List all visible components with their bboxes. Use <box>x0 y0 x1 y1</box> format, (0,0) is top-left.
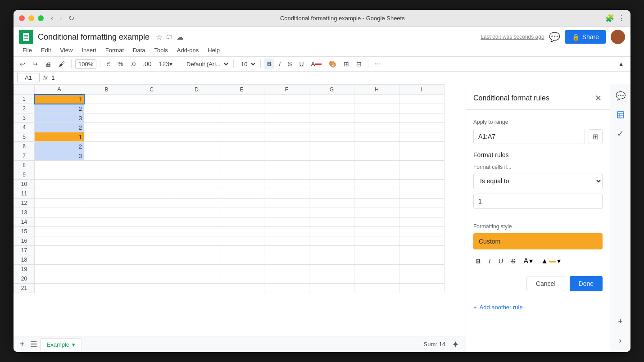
print-button[interactable]: 🖨 <box>42 59 54 69</box>
cell-C2[interactable] <box>129 104 174 113</box>
cell-E14[interactable] <box>219 217 264 227</box>
cell-I2[interactable] <box>399 104 444 113</box>
cell-H6[interactable] <box>354 142 399 151</box>
cell-a10[interactable] <box>35 180 84 189</box>
percent-button[interactable]: % <box>115 59 126 69</box>
cell-I17[interactable] <box>399 246 444 255</box>
cell-a17[interactable] <box>35 246 84 255</box>
cell-E13[interactable] <box>219 208 264 217</box>
fill-color-button[interactable]: 🎨 <box>326 59 339 69</box>
cell-B7[interactable] <box>84 151 129 161</box>
avatar[interactable] <box>611 30 625 44</box>
cell-G2[interactable] <box>309 104 354 113</box>
cell-G10[interactable] <box>309 180 354 189</box>
cell-G13[interactable] <box>309 208 354 217</box>
cell-H19[interactable] <box>354 265 399 274</box>
cell-D17[interactable] <box>174 246 219 255</box>
cell-F10[interactable] <box>264 180 309 189</box>
cell-B3[interactable] <box>84 113 129 123</box>
cell-E5[interactable] <box>219 132 264 142</box>
cell-B9[interactable] <box>84 170 129 180</box>
cell-F11[interactable] <box>264 189 309 199</box>
cell-E2[interactable] <box>219 104 264 113</box>
cell-C3[interactable] <box>129 113 174 123</box>
cell-B11[interactable] <box>84 189 129 199</box>
currency-button[interactable]: £ <box>104 59 113 69</box>
cell-I7[interactable] <box>399 151 444 161</box>
style-strikethrough-button[interactable]: S <box>508 256 518 267</box>
zoom-display[interactable]: 100% <box>75 59 96 69</box>
condition-value-input[interactable] <box>473 194 603 209</box>
cell-I1[interactable] <box>399 95 444 104</box>
cell-C17[interactable] <box>129 246 174 255</box>
cell-D9[interactable] <box>174 170 219 180</box>
cell-G12[interactable] <box>309 199 354 208</box>
cell-G3[interactable] <box>309 113 354 123</box>
cell-C11[interactable] <box>129 189 174 199</box>
cell-a13[interactable] <box>35 208 84 217</box>
cell-a11[interactable] <box>35 189 84 199</box>
forward-button[interactable]: › <box>58 13 63 23</box>
cell-a15[interactable] <box>35 227 84 236</box>
decimal-inc-button[interactable]: .00 <box>140 59 154 69</box>
cell-a18[interactable] <box>35 255 84 265</box>
cell-a19[interactable] <box>35 265 84 274</box>
sheets-menu-button[interactable]: ☰ <box>27 338 40 351</box>
add-icon-button[interactable]: + <box>612 313 629 330</box>
cell-C12[interactable] <box>129 199 174 208</box>
menu-format[interactable]: Format <box>102 45 127 55</box>
cell-F20[interactable] <box>264 274 309 284</box>
cell-a5[interactable]: 1 <box>35 132 84 142</box>
col-header-b[interactable]: B <box>84 85 129 95</box>
cell-C10[interactable] <box>129 180 174 189</box>
select-range-button[interactable]: ⊞ <box>589 129 603 144</box>
cell-D11[interactable] <box>174 189 219 199</box>
cell-D15[interactable] <box>174 227 219 236</box>
menu-icon[interactable]: ⋮ <box>618 14 625 23</box>
cell-E12[interactable] <box>219 199 264 208</box>
cell-G4[interactable] <box>309 123 354 132</box>
cell-E6[interactable] <box>219 142 264 151</box>
cell-H4[interactable] <box>354 123 399 132</box>
cell-H8[interactable] <box>354 161 399 170</box>
style-bold-button[interactable]: B <box>473 256 483 267</box>
cell-F16[interactable] <box>264 236 309 246</box>
cell-D18[interactable] <box>174 255 219 265</box>
menu-data[interactable]: Data <box>129 45 149 55</box>
add-another-rule[interactable]: + Add another rule <box>473 302 603 312</box>
cell-B10[interactable] <box>84 180 129 189</box>
tasks-icon-button[interactable]: ✓ <box>612 126 629 142</box>
doc-title[interactable]: Conditional formatting example <box>38 32 150 42</box>
cell-B2[interactable] <box>84 104 129 113</box>
cell-I16[interactable] <box>399 236 444 246</box>
cell-H15[interactable] <box>354 227 399 236</box>
cell-I12[interactable] <box>399 199 444 208</box>
format-123-button[interactable]: 123▾ <box>156 59 175 69</box>
text-color-button[interactable]: A <box>308 59 324 69</box>
cell-G19[interactable] <box>309 265 354 274</box>
cell-D13[interactable] <box>174 208 219 217</box>
cell-E11[interactable] <box>219 189 264 199</box>
cell-E9[interactable] <box>219 170 264 180</box>
cell-F2[interactable] <box>264 104 309 113</box>
italic-button[interactable]: I <box>276 59 283 69</box>
cell-D16[interactable] <box>174 236 219 246</box>
cell-B8[interactable] <box>84 161 129 170</box>
cell-B6[interactable] <box>84 142 129 151</box>
cell-B5[interactable] <box>84 132 129 142</box>
star-icon[interactable]: ☆ <box>156 33 162 41</box>
cell-a16[interactable] <box>35 236 84 246</box>
col-header-c[interactable]: C <box>129 85 174 95</box>
sheets-icon-button[interactable] <box>612 107 629 123</box>
text-color-button[interactable]: A ▾ <box>521 255 535 267</box>
cell-I10[interactable] <box>399 180 444 189</box>
panel-close-button[interactable]: ✕ <box>594 92 603 104</box>
cell-G18[interactable] <box>309 255 354 265</box>
cell-D21[interactable] <box>174 284 219 293</box>
cell-E17[interactable] <box>219 246 264 255</box>
cell-D3[interactable] <box>174 113 219 123</box>
cell-a3[interactable]: 3 <box>35 113 84 123</box>
cell-E20[interactable] <box>219 274 264 284</box>
font-size-select[interactable]: 10 <box>237 59 257 69</box>
cell-E7[interactable] <box>219 151 264 161</box>
